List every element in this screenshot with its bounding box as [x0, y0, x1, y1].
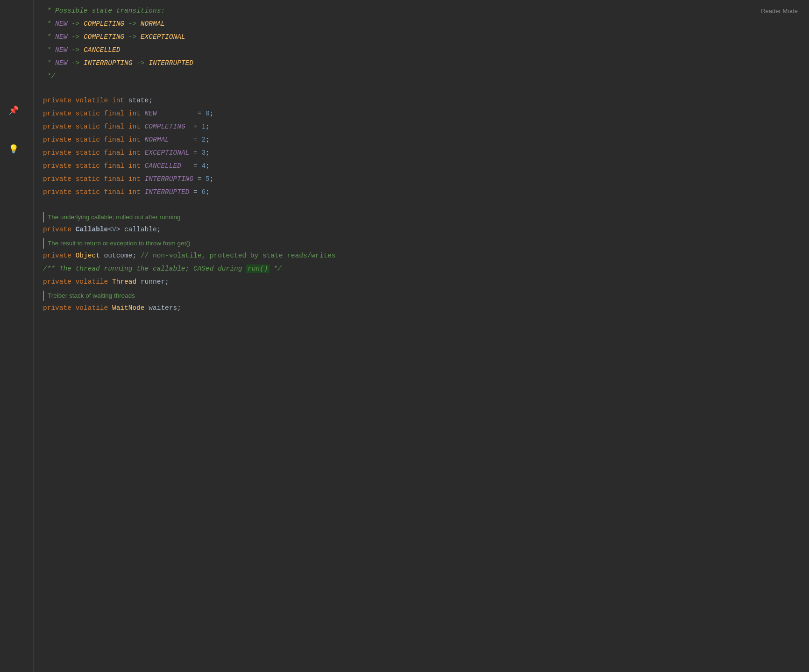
blank-2 — [43, 199, 800, 210]
run-ref[interactable]: run() — [246, 265, 270, 273]
waiters-field-line: private volatile WaitNode waiters; — [43, 302, 800, 315]
interrupting-const-line: private static final int INTERRUPTING = … — [43, 173, 800, 186]
outcome-field-line: private Object outcome; // non-volatile,… — [43, 250, 800, 263]
new-const-line: private static final int NEW = 0; — [43, 107, 800, 121]
doc-comment-run-line: /** The thread running the callable; CAS… — [43, 263, 800, 276]
blank-1 — [43, 83, 800, 94]
doc-hint-1: The underlying callable; nulled out afte… — [43, 210, 800, 223]
reader-mode-button[interactable]: Reader Mode — [761, 7, 798, 14]
state-field-line: private volatile int state; — [43, 94, 800, 107]
exceptional-const-line: private static final int EXCEPTIONAL = 3… — [43, 147, 800, 160]
runner-field-line: private volatile Thread runner; — [43, 276, 800, 289]
editor-container: 📌 💡 Reader Mode * Possible state transit… — [0, 0, 809, 672]
interrupted-const-line: private static final int INTERRUPTED = 6… — [43, 186, 800, 199]
comment-line-1: * Possible state transitions: — [43, 5, 800, 18]
comment-line-6: */ — [43, 70, 800, 83]
comment-line-2: * NEW -> COMPLETING -> NORMAL — [43, 18, 800, 31]
code-area: Reader Mode * Possible state transitions… — [34, 0, 809, 672]
comment-line-5: * NEW -> INTERRUPTING -> INTERRUPTED — [43, 57, 800, 70]
gutter: 📌 💡 — [0, 0, 34, 672]
doc-hint-2: The result to return or exception to thr… — [43, 236, 800, 250]
doc-hint-4: Treiber stack of waiting threads — [43, 289, 800, 302]
completing-const-line: private static final int COMPLETING = 1; — [43, 121, 800, 134]
comment-line-4: * NEW -> CANCELLED — [43, 44, 800, 57]
pin-icon: 📌 — [8, 105, 19, 115]
callable-field-line: private Callable<V> callable; — [43, 223, 800, 236]
normal-const-line: private static final int NORMAL = 2; — [43, 134, 800, 147]
cancelled-const-line: private static final int CANCELLED = 4; — [43, 160, 800, 173]
bulb-icon[interactable]: 💡 — [8, 144, 19, 154]
comment-line-3: * NEW -> COMPLETING -> EXCEPTIONAL — [43, 31, 800, 44]
